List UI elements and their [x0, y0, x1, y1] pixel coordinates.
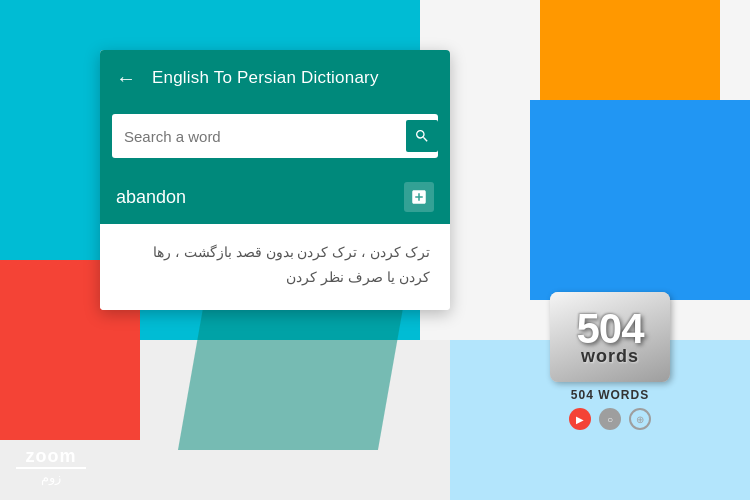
search-input[interactable]: [124, 128, 398, 145]
definition-area: ترک کردن ، ترک کردن بدون قصد بازگشت ، ره…: [100, 224, 450, 310]
logo-divider: [16, 467, 86, 469]
search-icon[interactable]: [406, 120, 438, 152]
definition-text: ترک کردن ، ترک کردن بدون قصد بازگشت ، ره…: [120, 240, 430, 290]
logo-text-en: zoom: [26, 447, 77, 465]
circle-icon[interactable]: ○: [599, 408, 621, 430]
words-badge: 504 words: [550, 292, 670, 382]
search-container: [100, 106, 450, 170]
zoom-logo: zoom زوم: [16, 447, 86, 484]
word-label: abandon: [116, 187, 186, 208]
app-title: English To Persian Dictionary: [152, 68, 379, 88]
app-icon-row: ▶ ○ ⊕: [550, 408, 670, 430]
bg-blue-block: [530, 100, 750, 300]
app-bar: ← English To Persian Dictionary: [100, 50, 450, 106]
app-card: ← English To Persian Dictionary abandon …: [100, 50, 450, 310]
right-panel: 504 words 504 WORDS ▶ ○ ⊕: [550, 292, 670, 430]
add-word-button[interactable]: [404, 182, 434, 212]
logo-text-fa: زوم: [41, 471, 61, 484]
badge-label: words: [581, 346, 639, 367]
word-item: abandon: [100, 170, 450, 224]
badge-number: 504: [576, 308, 643, 350]
app-title-label: 504 WORDS: [550, 388, 670, 402]
globe-icon[interactable]: ⊕: [629, 408, 651, 430]
back-button[interactable]: ←: [116, 67, 136, 90]
play-icon[interactable]: ▶: [569, 408, 591, 430]
search-box: [112, 114, 438, 158]
